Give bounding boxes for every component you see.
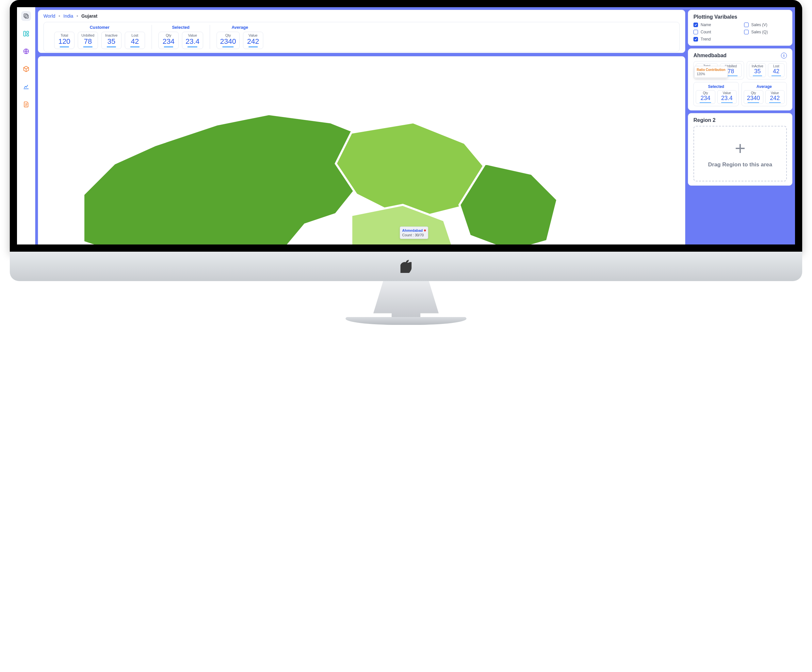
sidebar-file-icon[interactable] <box>21 99 31 109</box>
breadcrumb-panel: World • India • Gujarat Customer <box>38 10 406 53</box>
svg-rect-2 <box>24 31 26 36</box>
kpi-card[interactable]: Lost42 <box>125 32 145 49</box>
kpi-card[interactable]: Unbilled78 <box>78 32 98 49</box>
kpi-group-title: Selected <box>159 25 203 30</box>
kpi-card[interactable]: Inactive35 <box>101 32 121 49</box>
kpi-group-title: Average <box>217 25 263 30</box>
breadcrumb-india[interactable]: India <box>63 14 73 19</box>
sidebar-dashboard-icon[interactable] <box>21 29 31 39</box>
kpi-card[interactable]: Value242 <box>243 32 263 49</box>
apple-logo-icon <box>401 260 406 273</box>
svg-rect-1 <box>24 14 27 17</box>
svg-rect-0 <box>25 15 28 18</box>
sidebar-chart-icon[interactable] <box>21 82 31 92</box>
kpi-card[interactable]: Value23.4 <box>182 32 203 49</box>
map-panel: Ahmedabad Count : 30/70 Gir Count : 25/7… <box>38 56 406 245</box>
breadcrumb-current: Gujarat <box>81 14 97 19</box>
map-tooltip-ahmedabad[interactable]: Ahmedabad Count : 30/70 <box>400 226 406 239</box>
kpi-card[interactable]: Total120 <box>54 32 75 49</box>
breadcrumb: World • India • Gujarat <box>43 14 406 19</box>
kpi-card[interactable]: Qty2340 <box>217 32 240 49</box>
svg-rect-4 <box>26 35 28 36</box>
sidebar-package-icon[interactable] <box>21 64 31 74</box>
kpi-panel: Customer Total120 Unbilled78 Inactive35 … <box>43 22 406 52</box>
sidebar-copy-icon[interactable] <box>21 11 31 21</box>
sidebar <box>17 7 35 245</box>
sidebar-globe-icon[interactable] <box>21 46 31 56</box>
gujarat-map[interactable] <box>42 60 406 245</box>
breadcrumb-world[interactable]: World <box>43 14 55 19</box>
kpi-card[interactable]: Qty234 <box>159 32 179 49</box>
kpi-group-title: Customer <box>54 25 145 30</box>
svg-rect-3 <box>26 31 28 34</box>
